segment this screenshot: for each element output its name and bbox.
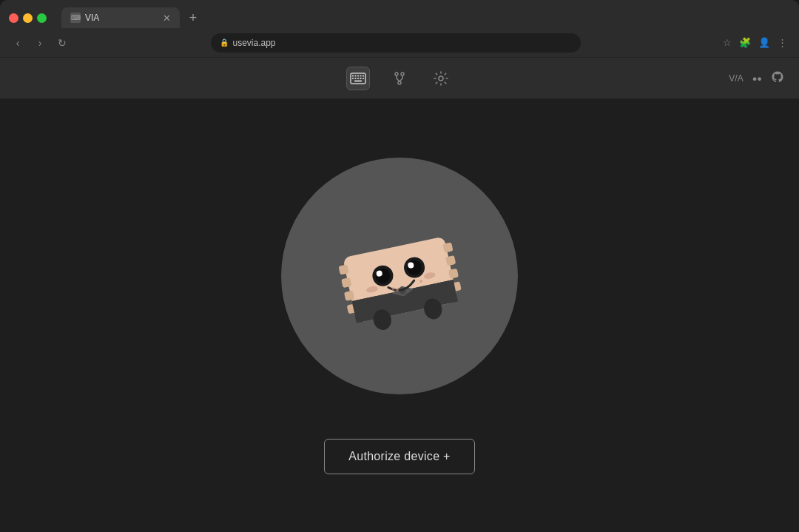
svg-line-17 (397, 78, 400, 81)
close-window-button[interactable] (9, 13, 18, 23)
new-tab-button[interactable]: + (183, 7, 203, 28)
more-icon[interactable]: ⋮ (776, 36, 789, 50)
bookmark-icon[interactable]: ☆ (721, 36, 733, 50)
refresh-button[interactable]: ↻ (55, 37, 70, 49)
svg-rect-9 (360, 78, 362, 79)
svg-rect-5 (363, 75, 364, 76)
url-text: usevia.app (233, 38, 276, 48)
close-tab-button[interactable]: ✕ (163, 13, 171, 24)
settings-icon[interactable] (429, 67, 453, 90)
profile-icon[interactable]: 👤 (757, 36, 772, 50)
via-version-label: V/A (729, 73, 743, 84)
app-toolbar-center (346, 67, 453, 90)
tab-bar: ⌨ VIA ✕ + (61, 7, 203, 28)
svg-rect-8 (357, 78, 359, 79)
svg-rect-1 (352, 75, 354, 76)
svg-rect-7 (355, 78, 357, 79)
svg-point-12 (395, 73, 398, 75)
url-box[interactable]: 🔒 usevia.app (211, 33, 581, 53)
svg-point-13 (401, 73, 404, 75)
tab-title: VIA (85, 13, 99, 23)
forward-button[interactable]: › (33, 37, 47, 49)
back-button[interactable]: ‹ (10, 37, 25, 49)
extensions-icon[interactable]: 🧩 (738, 36, 752, 50)
app-toolbar-right: V/A ●● (729, 70, 784, 86)
github-icon[interactable] (771, 70, 784, 86)
svg-point-14 (398, 81, 401, 84)
authorize-device-button[interactable]: Authorize device + (324, 439, 474, 474)
mascot-circle (281, 158, 518, 394)
tab-favicon: ⌨ (70, 13, 81, 23)
svg-line-18 (400, 78, 402, 81)
svg-rect-10 (363, 78, 364, 79)
window-controls (9, 13, 47, 23)
title-bar: ⌨ VIA ✕ + (0, 0, 799, 28)
svg-rect-3 (357, 75, 359, 76)
svg-rect-2 (355, 75, 357, 76)
svg-point-19 (439, 76, 443, 81)
active-tab[interactable]: ⌨ VIA ✕ (61, 7, 180, 28)
svg-rect-11 (354, 80, 362, 81)
minimize-window-button[interactable] (23, 13, 33, 23)
status-indicator: ●● (752, 74, 762, 83)
designer-icon[interactable] (388, 67, 411, 90)
browser-toolbar-right: ☆ 🧩 👤 ⋮ (721, 36, 789, 50)
svg-rect-6 (352, 78, 354, 79)
mascot-image (326, 213, 473, 339)
lock-icon: 🔒 (220, 38, 229, 47)
maximize-window-button[interactable] (37, 13, 47, 23)
main-content: Authorize device + (0, 99, 799, 532)
browser-chrome: ⌨ VIA ✕ + ‹ › ↻ 🔒 usevia.app ☆ 🧩 👤 ⋮ (0, 0, 799, 58)
keyboard-layout-icon[interactable] (346, 67, 370, 90)
address-bar: ‹ › ↻ 🔒 usevia.app ☆ 🧩 👤 ⋮ (0, 28, 799, 58)
svg-rect-4 (360, 75, 362, 76)
app-toolbar: V/A ●● (0, 58, 799, 99)
